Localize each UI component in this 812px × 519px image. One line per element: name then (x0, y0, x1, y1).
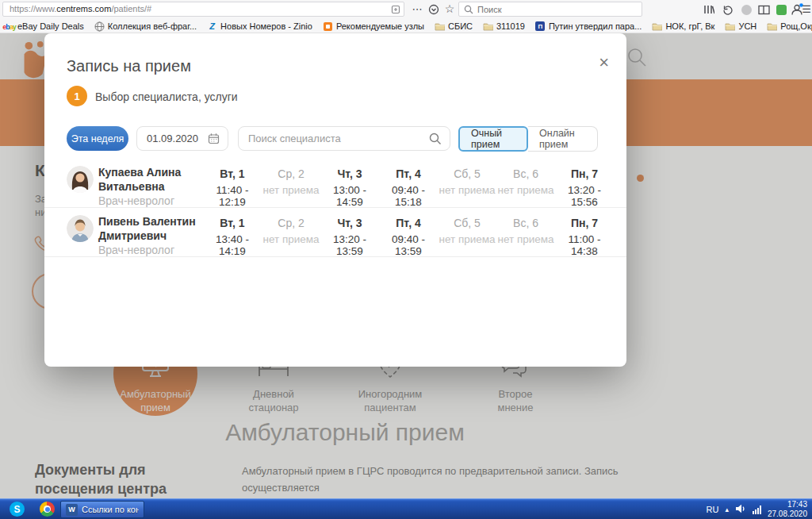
schedule-cell[interactable]: Чт, 313:00 - 14:59 (320, 159, 379, 208)
url-path: /patients/# (111, 4, 151, 13)
bookmark-label: Коллекция веб-фраг... (108, 21, 197, 31)
doctor-schedule: Вт, 113:40 - 14:19Ср, 2нет приемаЧт, 313… (203, 208, 614, 257)
schedule-day: Вс, 6 (496, 167, 555, 180)
schedule-cell[interactable]: Пн, 713:20 - 15:56 (555, 159, 614, 208)
schedule-day: Вс, 6 (496, 217, 555, 229)
schedule-cell[interactable]: Чт, 313:20 - 13:59 (320, 208, 379, 257)
schedule-cell[interactable]: Пн, 711:00 - 14:38 (555, 208, 614, 257)
folder-icon (435, 21, 445, 31)
folder-icon (652, 21, 662, 31)
appointment-modal: Запись на прием × 1 Выбор специалиста, у… (44, 33, 626, 367)
tray-expand-icon[interactable]: ▴ (725, 506, 729, 513)
doctor-avatar (67, 215, 94, 242)
schedule-time: нет приема (262, 233, 320, 245)
bookmark-star-icon[interactable]: ☆ (442, 2, 457, 17)
schedule-day: Ср, 2 (262, 217, 320, 229)
bookmark-item[interactable]: ППутин утвердил пара... (535, 21, 642, 32)
skype-icon[interactable]: S (10, 502, 25, 517)
bookmark-item[interactable]: Рощ,Окревус и др (767, 21, 812, 32)
network-icon[interactable] (753, 506, 761, 514)
word-task-button[interactable]: W Ссылки по конф... (60, 501, 144, 518)
toggle-online[interactable]: Онлайн прием (528, 126, 598, 152)
schedule-cell: Сб, 5нет приема (438, 208, 496, 257)
menu-hamburger-icon[interactable]: ☰ (799, 2, 812, 17)
schedule-time: нет приема (438, 184, 496, 196)
bookmark-item[interactable]: Рекомендуемые узлы (323, 21, 424, 32)
tray-time: 17:43 (768, 500, 807, 509)
this-week-button[interactable]: Эта неделя (67, 126, 128, 151)
bookmark-label: СБИС (448, 21, 473, 31)
bookmark-item[interactable]: ZНовых Номеров - Zinio (207, 21, 312, 32)
schedule-day: Сб, 5 (438, 217, 496, 229)
schedule-day: Сб, 5 (438, 167, 496, 180)
history-icon[interactable] (720, 2, 734, 17)
bookmark-item[interactable]: Коллекция веб-фраг... (94, 21, 197, 32)
schedule-cell[interactable]: Вт, 111:40 - 12:19 (203, 159, 262, 208)
doctor-name: Пивень Валентин Дмитриевич (98, 214, 203, 243)
date-picker[interactable]: 01.09.2020 (136, 126, 228, 151)
toggle-in-person[interactable]: Очный прием (458, 126, 528, 152)
schedule-day: Вт, 1 (203, 217, 262, 229)
more-tools-icon[interactable]: ⋯ (410, 2, 424, 17)
doctor-row[interactable]: Купаева Алина Витальевна Врач-невролог В… (44, 159, 626, 208)
schedule-cell: Ср, 2нет приема (262, 159, 320, 208)
specialist-search-input[interactable] (248, 133, 429, 144)
folder-icon (767, 21, 777, 31)
ebay-icon: ebay (2, 21, 16, 31)
bookmark-item[interactable]: НОК, грГ, Вк (652, 21, 714, 32)
tray-date: 27.08.2020 (768, 509, 807, 519)
schedule-day: Чт, 3 (320, 217, 379, 229)
step-badge: 1 (67, 86, 87, 106)
doctor-row[interactable]: Пивень Валентин Дмитриевич Врач-невролог… (44, 208, 626, 257)
schedule-time: нет приема (496, 184, 555, 196)
sidebar-icon[interactable] (756, 2, 771, 17)
schedule-time: нет приема (438, 233, 496, 245)
zinio-icon: Z (209, 21, 215, 31)
task-label: Ссылки по конф... (82, 505, 139, 514)
url-bar[interactable]: https://www.centrems.com/patients/# (2, 2, 404, 17)
bookmark-item[interactable]: 311019 (483, 21, 525, 32)
blue-bookmark-icon: П (535, 21, 545, 31)
bookmark-item[interactable]: СБИС (435, 21, 473, 32)
volume-icon[interactable] (735, 502, 746, 517)
windows-taskbar: S W Ссылки по конф... RU ▴ 17:43 27.08.2… (0, 498, 812, 519)
chrome-icon[interactable] (40, 502, 55, 517)
library-icon[interactable] (701, 2, 715, 17)
step-label: Выбор специалиста, услуги (95, 90, 238, 103)
schedule-day: Вт, 1 (203, 167, 262, 180)
search-icon (429, 133, 442, 145)
bookmark-label: Новых Номеров - Zinio (220, 21, 312, 31)
specialist-search[interactable] (238, 126, 450, 151)
close-icon[interactable]: × (599, 54, 609, 71)
schedule-cell[interactable]: Пт, 409:40 - 15:18 (379, 159, 438, 208)
folder-icon (725, 21, 735, 31)
visit-type-toggle: Очный прием Онлайн прием (458, 126, 598, 152)
url-prefix: https://www. (10, 4, 56, 13)
language-indicator[interactable]: RU (707, 505, 719, 514)
extension-disabled-icon[interactable] (739, 2, 753, 17)
schedule-time: 13:20 - 13:59 (320, 233, 379, 257)
browser-search-input[interactable] (477, 5, 637, 14)
pocket-icon[interactable] (427, 2, 441, 17)
schedule-cell: Сб, 5нет приема (438, 159, 496, 208)
bookmark-item[interactable]: УСН (725, 21, 756, 32)
bookmark-label: Рощ,Окревус и др (780, 21, 812, 31)
doctor-avatar (67, 166, 94, 193)
page-action-icon[interactable] (391, 5, 400, 17)
schedule-time: 13:20 - 15:56 (555, 184, 614, 208)
schedule-day: Чт, 3 (320, 167, 379, 180)
bookmark-label: eBay Daily Deals (17, 21, 84, 31)
schedule-cell[interactable]: Вт, 113:40 - 14:19 (203, 208, 262, 257)
clock[interactable]: 17:43 27.08.2020 (768, 500, 807, 519)
modal-title: Запись на прием (67, 57, 191, 75)
schedule-time: 09:40 - 15:18 (379, 184, 438, 208)
schedule-time: нет приема (496, 233, 555, 245)
schedule-cell: Вс, 6нет приема (496, 208, 555, 257)
bookmark-item[interactable]: ebayeBay Daily Deals (4, 21, 84, 32)
browser-search-bar[interactable] (458, 2, 642, 17)
schedule-cell[interactable]: Пт, 409:40 - 13:59 (379, 208, 438, 257)
extension-green-icon[interactable] (774, 2, 788, 17)
bookmark-label: Рекомендуемые узлы (336, 21, 424, 31)
schedule-time: нет приема (262, 184, 320, 196)
calendar-icon (208, 133, 220, 144)
